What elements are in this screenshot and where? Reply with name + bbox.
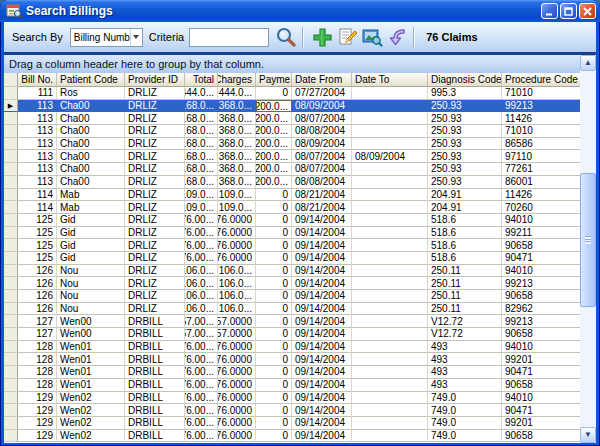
table-row[interactable]: 113Cha00DRLIZ168.0...368.0...200.0...08/… <box>4 125 580 138</box>
dropdown-arrow-button[interactable] <box>130 29 142 46</box>
cell: Gid <box>57 227 125 240</box>
cell: DRLIZ <box>125 201 185 214</box>
cell: 99201 <box>502 353 580 366</box>
close-button[interactable] <box>579 3 596 19</box>
table-row[interactable]: 125GidDRLIZ76.00...76.0000009/14/2004518… <box>4 252 580 265</box>
scrollbar-up-button[interactable]: ▲ <box>580 55 596 71</box>
cell: DRLIZ <box>125 150 185 163</box>
row-indicator <box>4 404 18 417</box>
cell: 99213 <box>502 277 580 290</box>
table-row[interactable]: 128Wen01DRBILL76.00...76.0000009/14/2004… <box>4 341 580 354</box>
cell: 99211 <box>502 227 580 240</box>
search-by-label: Search By <box>12 31 63 43</box>
scrollbar-thumb[interactable] <box>580 173 596 307</box>
cell: 09/14/2004 <box>292 227 352 240</box>
cell: 106.0... <box>185 303 218 316</box>
cell: 444.0... <box>218 87 256 100</box>
cell: 200.0... <box>256 138 292 151</box>
table-row[interactable]: 128Wen01DRBILL76.00...76.0000009/14/2004… <box>4 366 580 379</box>
table-row[interactable]: 129Wen02DRBILL76.00...76.0000009/14/2004… <box>4 417 580 430</box>
column-header-procedure-code[interactable]: Procedure Code <box>502 73 580 87</box>
cell: 106.0... <box>218 290 256 303</box>
cell <box>352 366 428 379</box>
cell: 09/14/2004 <box>292 315 352 328</box>
cell: 08/08/2004 <box>292 125 352 138</box>
title-bar[interactable]: Search Billings <box>0 0 600 22</box>
table-row[interactable]: 126NouDRLIZ106.0...106.0...009/14/200425… <box>4 277 580 290</box>
cell: 109.0... <box>218 189 256 202</box>
table-row[interactable]: 113Cha00DRLIZ168.0...368.0...200.0...08/… <box>4 150 580 163</box>
minimize-button[interactable] <box>541 3 558 19</box>
column-header-bill-no[interactable]: Bill No. <box>18 73 57 87</box>
table-row[interactable]: 126NouDRLIZ106.0...106.0...009/14/200425… <box>4 303 580 316</box>
cell: DRLIZ <box>125 227 185 240</box>
table-row[interactable]: 113Cha00DRLIZ168.0...368.0...200.0...08/… <box>4 163 580 176</box>
table-row[interactable]: 129Wen02DRBILL76.00...76.0000009/14/2004… <box>4 404 580 417</box>
cell: Cha00 <box>57 112 125 125</box>
cell: Wen02 <box>57 392 125 405</box>
table-row[interactable]: 113Cha00DRLIZ168.0...368.0...200.0...08/… <box>4 138 580 151</box>
cell: Nou <box>57 303 125 316</box>
scrollbar-track[interactable] <box>580 71 596 427</box>
table-row[interactable]: 114MabDRLIZ109.0...109.0...008/21/200420… <box>4 189 580 202</box>
maximize-button[interactable] <box>560 3 577 19</box>
column-header-date-from[interactable]: Date From <box>292 73 352 87</box>
column-header-diagnosis-code[interactable]: Diagnosis Code <box>428 73 502 87</box>
table-row[interactable]: 125GidDRLIZ76.00...76.0000009/14/2004518… <box>4 239 580 252</box>
table-row[interactable]: 113Cha00DRLIZ168.0...368.0...200.0...08/… <box>4 112 580 125</box>
row-indicator <box>4 315 18 328</box>
column-header-total[interactable]: Total <box>185 73 218 87</box>
cell: 76.00... <box>185 227 218 240</box>
cell: 749.0 <box>428 430 502 443</box>
table-row[interactable]: 127Wen00DRBILL57.00...57.0000009/14/2004… <box>4 328 580 341</box>
table-row[interactable]: 125GidDRLIZ76.00...76.0000009/14/2004518… <box>4 227 580 240</box>
table-row[interactable]: 127Wen00DRBILL57.00...57.0000009/14/2004… <box>4 315 580 328</box>
cell: 76.00... <box>185 252 218 265</box>
cell: 113 <box>18 100 57 113</box>
view-details-button[interactable] <box>361 26 383 48</box>
cell: 97110 <box>502 150 580 163</box>
cell: Cha00 <box>57 125 125 138</box>
table-row[interactable]: 129Wen02DRBILL76.00...76.0000009/14/2004… <box>4 392 580 405</box>
cell: 08/07/2004 <box>292 163 352 176</box>
table-row[interactable]: 129Wen02DRBILL76.00...76.0000009/14/2004… <box>4 430 580 443</box>
cell: 90471 <box>502 404 580 417</box>
search-by-dropdown[interactable]: Billing Number <box>70 28 143 47</box>
cell: 09/14/2004 <box>292 252 352 265</box>
edit-claim-button[interactable] <box>336 26 358 48</box>
cell <box>352 125 428 138</box>
cell: 57.0000 <box>218 328 256 341</box>
cell: 09/14/2004 <box>292 366 352 379</box>
cell: DRBILL <box>125 417 185 430</box>
cell: DRLIZ <box>125 252 185 265</box>
cell: 113 <box>18 150 57 163</box>
cell: 128 <box>18 353 57 366</box>
search-button[interactable] <box>275 26 297 48</box>
table-row[interactable]: 113Cha00DRLIZ168.0...368.0...200.0...08/… <box>4 176 580 189</box>
table-row[interactable]: ▶113Cha00DRLIZ168.0...368.0...200.0...08… <box>4 100 580 113</box>
table-row[interactable]: 128Wen01DRBILL76.00...76.0000009/14/2004… <box>4 353 580 366</box>
table-row[interactable]: 126NouDRLIZ106.0...106.0...009/14/200425… <box>4 265 580 278</box>
row-indicator <box>4 201 18 214</box>
cell: Mab <box>57 189 125 202</box>
column-header-date-to[interactable]: Date To <box>352 73 428 87</box>
criteria-input[interactable] <box>189 28 269 47</box>
group-by-panel[interactable]: Drag a column header here to group by th… <box>4 55 580 73</box>
table-row[interactable]: 125GidDRLIZ76.00...76.0000009/14/2004518… <box>4 214 580 227</box>
row-indicator <box>4 277 18 290</box>
cell: Wen02 <box>57 404 125 417</box>
cell: 250.93 <box>428 138 502 151</box>
table-row[interactable]: 111RosDRLIZ444.0...444.0...007/27/200499… <box>4 87 580 100</box>
scrollbar-down-button[interactable]: ▼ <box>580 427 596 443</box>
cell: 518.6 <box>428 227 502 240</box>
add-claim-button[interactable] <box>311 26 333 48</box>
column-header-payme[interactable]: Payme... <box>256 73 292 87</box>
send-claim-button[interactable] <box>386 26 408 48</box>
column-header-charges[interactable]: Charges <box>218 73 256 87</box>
table-row[interactable]: 126NouDRLIZ106.0...106.0...009/14/200425… <box>4 290 580 303</box>
cell: 76.0000 <box>218 341 256 354</box>
table-row[interactable]: 128Wen01DRBILL76.00...76.0000009/14/2004… <box>4 379 580 392</box>
column-header-provider-id[interactable]: Provider ID <box>125 73 185 87</box>
column-header-patient-code[interactable]: Patient Code <box>57 73 125 87</box>
table-row[interactable]: 114MabDRLIZ109.0...109.0...008/21/200420… <box>4 201 580 214</box>
